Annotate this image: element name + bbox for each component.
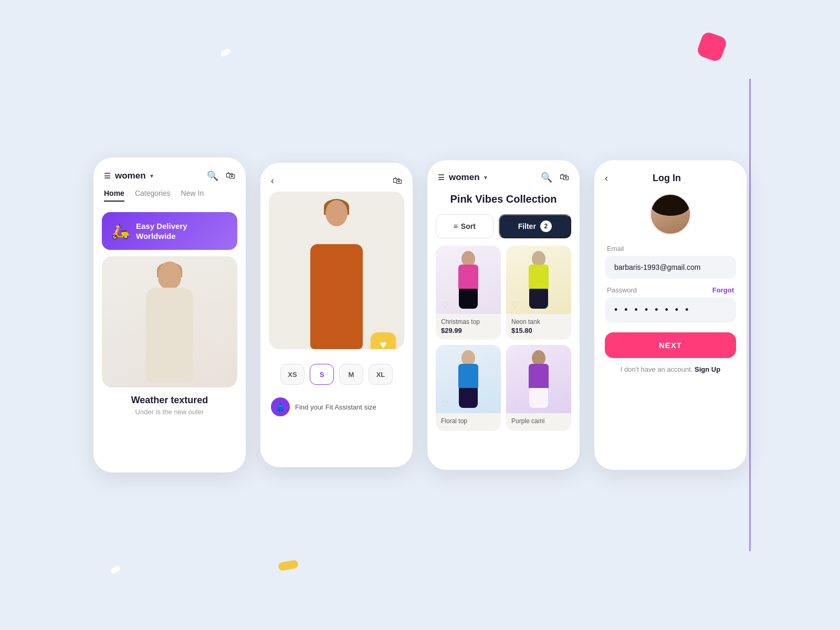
legs bbox=[459, 289, 478, 309]
product-card-purple-cami[interactable]: ♡ Purple cami bbox=[506, 345, 571, 431]
cart-icon[interactable]: 🛍 bbox=[393, 175, 402, 186]
brand-logo[interactable]: ☰ women ▾ bbox=[438, 172, 487, 183]
wishlist-button[interactable]: ♥ bbox=[371, 332, 396, 349]
size-s[interactable]: S bbox=[310, 364, 334, 385]
legs bbox=[459, 388, 478, 408]
head bbox=[326, 200, 348, 226]
person-silhouette bbox=[520, 251, 557, 309]
brand-name: women bbox=[115, 171, 146, 181]
hamburger-icon[interactable]: ☰ bbox=[104, 172, 111, 180]
body bbox=[458, 364, 478, 390]
screen-home: ☰ women ▾ 🔍 🛍 Home Categories New In 🛵 E… bbox=[93, 158, 246, 472]
nav-home[interactable]: Home bbox=[104, 189, 124, 202]
delivery-icon: 🛵 bbox=[111, 223, 130, 240]
screen-product-detail: ‹ 🛍 ♥ XS S M XL 👗 Find your Fit Assistan… bbox=[260, 163, 413, 467]
product-name: Purple cami bbox=[511, 417, 566, 425]
size-xl[interactable]: XL bbox=[369, 364, 393, 385]
collection-title-area: Pink Vibes Collection bbox=[427, 188, 580, 214]
product-name: Christmas top bbox=[441, 318, 496, 326]
head bbox=[158, 261, 181, 289]
person-silhouette bbox=[450, 350, 487, 408]
search-icon[interactable]: 🔍 bbox=[207, 170, 218, 182]
product-image: ♡ bbox=[506, 345, 571, 413]
products-grid: ♡ Christmas top $29.99 ♡ bbox=[427, 246, 580, 431]
back-button[interactable]: ‹ bbox=[271, 175, 274, 186]
product-image: ♡ bbox=[436, 246, 501, 314]
nav-categories[interactable]: Categories bbox=[135, 189, 171, 202]
product-card-christmas-top[interactable]: ♡ Christmas top $29.99 bbox=[436, 246, 501, 340]
email-label: Email bbox=[607, 245, 734, 253]
product-title: Weather textured bbox=[102, 395, 237, 406]
size-selector: XS S M XL bbox=[260, 349, 413, 391]
nav-new-in[interactable]: New In bbox=[181, 189, 204, 202]
product-image: ♡ bbox=[506, 246, 571, 314]
coat-figure bbox=[133, 261, 206, 382]
person-silhouette bbox=[520, 350, 557, 408]
product-image: ♡ bbox=[436, 345, 501, 413]
password-label: Password bbox=[607, 286, 637, 294]
body bbox=[146, 288, 193, 382]
wishlist-icon[interactable]: ♡ bbox=[511, 399, 519, 409]
product-name: Floral top bbox=[441, 417, 496, 425]
product-info: Purple cami bbox=[506, 413, 571, 431]
password-dots: • • • • • • • • bbox=[614, 304, 690, 315]
size-m[interactable]: M bbox=[339, 364, 363, 385]
legs bbox=[529, 388, 548, 408]
product-info: Weather textured Under is the new outer bbox=[93, 387, 246, 426]
body bbox=[529, 265, 549, 291]
product-card-neon-tank[interactable]: ♡ Neon tank $15.80 bbox=[506, 246, 571, 340]
chevron-down-icon: ▾ bbox=[150, 173, 153, 180]
avatar-face bbox=[651, 195, 690, 234]
delivery-banner[interactable]: 🛵 Easy Delivery Worldwide bbox=[102, 212, 237, 250]
wishlist-icon[interactable]: ♡ bbox=[441, 399, 448, 409]
search-icon[interactable]: 🔍 bbox=[541, 172, 552, 183]
collection-title: Pink Vibes Collection bbox=[438, 193, 569, 206]
password-input[interactable]: • • • • • • • • bbox=[605, 297, 736, 323]
forgot-link[interactable]: Forgot bbox=[712, 286, 734, 294]
nav-bar: Home Categories New In bbox=[93, 187, 246, 208]
suit-image-area: ♥ bbox=[269, 192, 404, 349]
product-info: Floral top bbox=[436, 413, 501, 431]
signup-link[interactable]: Sign Up bbox=[695, 365, 720, 373]
email-input[interactable]: barbaris-1993@gmail.com bbox=[605, 256, 736, 279]
legs bbox=[529, 289, 548, 309]
sort-button[interactable]: ≡ Sort bbox=[436, 214, 494, 238]
header-icons: 🔍 🛍 bbox=[207, 170, 235, 182]
cart-icon[interactable]: 🛍 bbox=[560, 172, 569, 183]
wishlist-icon[interactable]: ♡ bbox=[441, 300, 448, 310]
filter-bar: ≡ Sort Filter 2 bbox=[427, 214, 580, 246]
screens-container: ☰ women ▾ 🔍 🛍 Home Categories New In 🛵 E… bbox=[93, 158, 747, 472]
brand-logo[interactable]: ☰ women ▾ bbox=[104, 171, 153, 181]
body bbox=[529, 364, 549, 390]
avatar-hair bbox=[651, 195, 690, 216]
sort-icon: ≡ bbox=[454, 222, 458, 230]
product-card-floral[interactable]: ♡ Floral top bbox=[436, 345, 501, 431]
chevron-down-icon: ▾ bbox=[484, 174, 487, 181]
size-xs[interactable]: XS bbox=[280, 364, 304, 385]
body bbox=[458, 265, 478, 291]
fit-assistant[interactable]: 👗 Find your Fit Assistant size bbox=[260, 391, 413, 423]
wishlist-icon[interactable]: ♡ bbox=[511, 300, 519, 310]
product-image[interactable] bbox=[102, 256, 237, 387]
suit-figure bbox=[295, 197, 379, 349]
login-header: ‹ Log In bbox=[594, 160, 747, 188]
cart-icon[interactable]: 🛍 bbox=[226, 170, 235, 182]
password-row: Password Forgot bbox=[607, 286, 734, 294]
filter-label: Filter bbox=[518, 222, 536, 230]
hamburger-icon: ☰ bbox=[438, 173, 445, 182]
signup-text: I don't have an account. bbox=[621, 365, 693, 373]
next-button[interactable]: NEXT bbox=[605, 332, 736, 358]
signup-prompt: I don't have an account. Sign Up bbox=[594, 365, 747, 373]
fit-text: Find your Fit Assistant size bbox=[295, 403, 376, 411]
fit-icon: 👗 bbox=[271, 397, 290, 416]
product-price: $15.80 bbox=[511, 327, 566, 334]
white-decoration-top bbox=[220, 48, 232, 58]
product-info: Neon tank $15.80 bbox=[506, 314, 571, 340]
filter-button[interactable]: Filter 2 bbox=[499, 214, 572, 238]
pink-decoration bbox=[696, 30, 728, 63]
jacket bbox=[310, 244, 363, 349]
login-title: Log In bbox=[608, 173, 726, 184]
home-header: ☰ women ▾ 🔍 🛍 bbox=[93, 158, 246, 187]
collection-header: ☰ women ▾ 🔍 🛍 bbox=[427, 160, 580, 188]
yellow-decoration bbox=[278, 560, 299, 571]
